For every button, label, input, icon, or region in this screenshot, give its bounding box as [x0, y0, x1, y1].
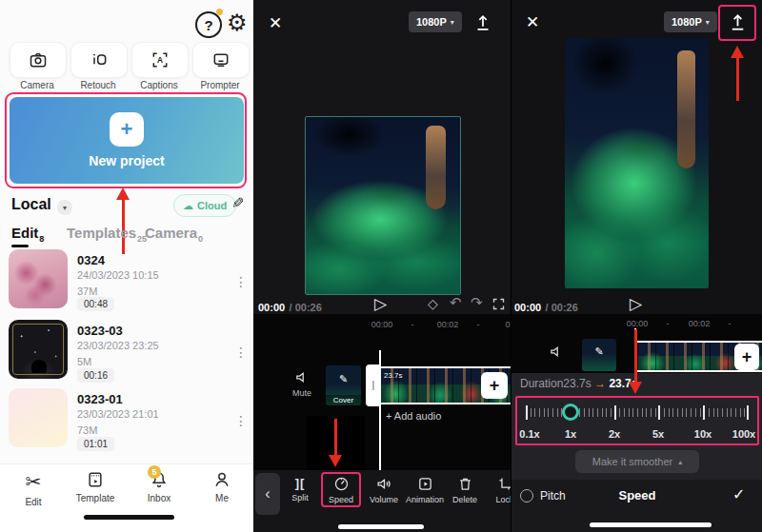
- add-audio-button[interactable]: + Add audio: [386, 410, 441, 422]
- speed-highlight-box: [321, 472, 361, 507]
- export-button[interactable]: [472, 12, 493, 33]
- animation-icon: [417, 476, 433, 492]
- ruler-dash: -: [411, 320, 414, 329]
- project-date: 23/03/2023 23:25: [77, 340, 159, 351]
- play-button[interactable]: ▷: [374, 294, 387, 314]
- camera-icon: [29, 50, 48, 69]
- add-clip-button[interactable]: +: [734, 344, 759, 370]
- help-button[interactable]: ?: [195, 11, 222, 38]
- ruler-label: 0: [505, 320, 510, 329]
- keyframe-icon: ◇: [428, 296, 438, 311]
- nav-template[interactable]: Template: [69, 470, 122, 503]
- cloud-icon: ☁: [183, 200, 193, 212]
- tab-edit[interactable]: Edit8: [11, 225, 44, 244]
- ruler-dash: -: [477, 320, 480, 329]
- chevron-down-icon: ▾: [451, 18, 454, 27]
- duration-row: Duration23.7s → 23.7s: [520, 377, 637, 390]
- project-duration-badge: 00:48: [77, 297, 114, 311]
- kebab-menu-icon[interactable]: ⋮: [234, 274, 248, 289]
- kebab-menu-icon[interactable]: ⋮: [234, 345, 248, 360]
- capcut-tutorial-screenshot: ? ⚙ A Camera Retou: [0, 0, 762, 532]
- project-duration-badge: 01:01: [77, 437, 114, 451]
- resolution-button[interactable]: 1080P ▾: [409, 11, 462, 32]
- kebab-menu-icon[interactable]: ⋮: [234, 413, 248, 428]
- nav-me[interactable]: Me: [195, 470, 249, 503]
- project-size: 37M: [77, 286, 97, 297]
- sheet-title: Speed: [511, 488, 762, 502]
- template-icon: [86, 470, 105, 489]
- timeline-area[interactable]: 00:00 - 00:02 - 0 Mute ✎ Cover: [253, 314, 511, 470]
- video-preview[interactable]: [565, 38, 709, 288]
- tab-camera[interactable]: Camera0: [145, 225, 203, 244]
- play-icon: ▷: [630, 295, 642, 313]
- ruler-label: 00:02: [689, 319, 711, 328]
- close-button[interactable]: ✕: [526, 12, 539, 32]
- prompter-button[interactable]: [192, 42, 250, 78]
- project-title: 0323-03: [77, 324, 123, 338]
- captions-label: Captions: [131, 80, 187, 90]
- annotation-arrow-export: [731, 46, 744, 101]
- captions-button[interactable]: A: [131, 42, 189, 78]
- add-clip-button[interactable]: +: [481, 372, 508, 399]
- export-highlight-box: [718, 5, 756, 41]
- keyframe-button[interactable]: ◇: [428, 296, 438, 311]
- new-project-button[interactable]: + New project: [10, 97, 244, 184]
- close-icon: ✕: [526, 13, 539, 31]
- chevron-up-icon: ▴: [678, 458, 682, 466]
- ruler-label: 00:02: [437, 320, 459, 329]
- scissors-icon: ✂: [26, 470, 42, 493]
- playback-time: 00:00 / 00:26: [514, 298, 578, 315]
- resolution-button[interactable]: 1080P ▾: [664, 11, 717, 32]
- local-collapse-button[interactable]: ▾: [57, 200, 72, 215]
- cover-label: Cover: [326, 395, 361, 405]
- trash-icon: [457, 476, 473, 492]
- nav-inbox[interactable]: 5 Inbox: [132, 470, 186, 503]
- mute-speaker-icon[interactable]: [549, 344, 565, 360]
- speed-slider-handle[interactable]: [562, 404, 579, 421]
- edit-projects-button[interactable]: ✎: [231, 194, 244, 212]
- annotation-arrow-speed: [329, 419, 342, 467]
- redo-button[interactable]: ↷: [471, 294, 483, 311]
- ruler-label: 00:00: [371, 320, 393, 329]
- annotation-arrow-slider: [629, 329, 642, 394]
- cloud-button[interactable]: ☁ Cloud: [173, 194, 236, 217]
- retouch-button[interactable]: [70, 42, 128, 78]
- clip-trim-handle[interactable]: [366, 365, 380, 406]
- video-preview[interactable]: [305, 116, 461, 295]
- prompter-icon: [211, 50, 231, 69]
- toolbar-lock[interactable]: Lock: [484, 476, 511, 504]
- mute-button[interactable]: Mute: [290, 369, 314, 398]
- project-size: 5M: [77, 356, 91, 367]
- arrow-right-icon: →: [594, 377, 606, 390]
- fullscreen-button[interactable]: [491, 297, 506, 311]
- speed-slider-track[interactable]: [526, 408, 749, 417]
- speed-screen: ✕ 1080P ▾ 00:00 / 00:26 ▷: [511, 0, 762, 532]
- settings-button[interactable]: ⚙: [227, 10, 248, 36]
- mute-label: Mute: [290, 388, 314, 398]
- project-title: 0324: [77, 253, 105, 267]
- toolbar-delete[interactable]: Delete: [444, 476, 486, 504]
- toolbar-animation[interactable]: Animation: [404, 476, 446, 504]
- toolbar-split[interactable]: ][ Split: [279, 476, 321, 502]
- project-date: 23/03/2023 21:01: [77, 408, 159, 420]
- make-it-smoother-button[interactable]: Make it smoother ▴: [575, 450, 699, 473]
- project-thumbnail: [9, 320, 68, 379]
- close-button[interactable]: ✕: [269, 13, 282, 33]
- sheet-footer: Pitch Speed ✓: [511, 480, 762, 532]
- curtain-area: [677, 50, 696, 168]
- playback-time: 00:00 / 00:26: [258, 298, 322, 315]
- mute-speaker-icon: [294, 369, 311, 385]
- tab-templates[interactable]: Templates25: [67, 225, 147, 244]
- cover-button[interactable]: ✎: [582, 339, 616, 371]
- prompter-label: Prompter: [192, 80, 248, 90]
- camera-button[interactable]: [10, 42, 67, 78]
- chevron-down-icon: ▾: [63, 204, 67, 212]
- undo-button[interactable]: ↶: [450, 294, 462, 311]
- nav-edit[interactable]: ✂ Edit: [7, 470, 60, 507]
- split-icon: ][: [295, 476, 306, 490]
- cover-button[interactable]: ✎ Cover: [326, 365, 361, 405]
- toolbar-back-button[interactable]: ‹: [255, 473, 280, 515]
- play-button[interactable]: ▷: [630, 294, 642, 314]
- toolbar-volume[interactable]: Volume: [363, 476, 405, 504]
- confirm-button[interactable]: ✓: [732, 485, 745, 503]
